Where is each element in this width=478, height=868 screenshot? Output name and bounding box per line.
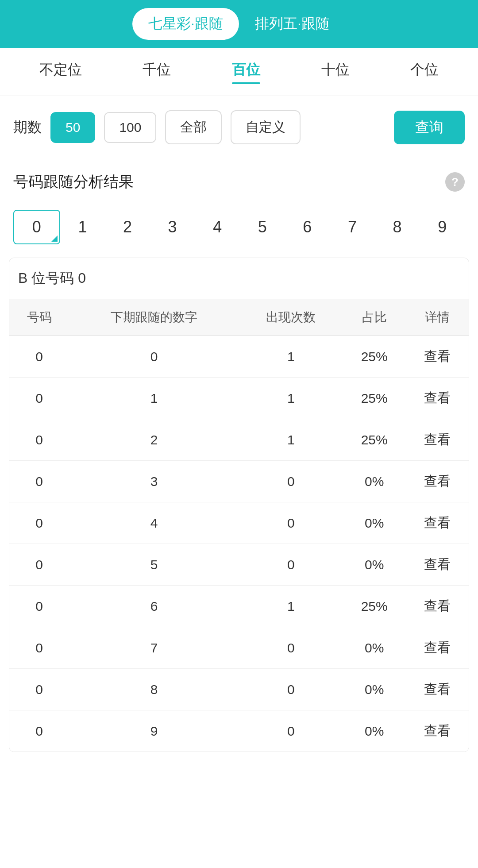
cell-haoma: 0: [9, 710, 69, 752]
cell-next: 2: [69, 419, 239, 461]
cell-ratio: 0%: [343, 461, 406, 502]
number-item-5[interactable]: 5: [240, 211, 285, 243]
cell-next: 6: [69, 586, 239, 627]
cell-detail[interactable]: 查看: [406, 502, 469, 544]
cell-haoma: 0: [9, 669, 69, 710]
analysis-title-row: 号码跟随分析结果 ?: [0, 158, 478, 201]
period-btn-100[interactable]: 100: [104, 112, 156, 143]
number-item-9[interactable]: 9: [420, 211, 465, 243]
col-haoma: 号码: [9, 299, 69, 336]
table-header-row: 号码 下期跟随的数字 出现次数 占比 详情: [9, 299, 469, 336]
cell-haoma: 0: [9, 378, 69, 419]
number-item-8[interactable]: 8: [375, 211, 420, 243]
cell-haoma: 0: [9, 502, 69, 544]
data-table-container: B 位号码 0 号码 下期跟随的数字 出现次数 占比 详情 0 0 1 25% …: [9, 258, 469, 752]
position-tab-qianwei[interactable]: 千位: [143, 60, 171, 83]
header-tab-pailiuwu[interactable]: 排列五·跟随: [239, 8, 346, 40]
header-tab-qixingcai[interactable]: 七星彩·跟随: [132, 8, 239, 40]
position-tab-budingwei[interactable]: 不定位: [39, 60, 82, 83]
table-title: B 位号码 0: [9, 258, 469, 299]
help-icon[interactable]: ?: [445, 172, 465, 192]
cell-ratio: 0%: [343, 710, 406, 752]
cell-ratio: 25%: [343, 419, 406, 461]
cell-haoma: 0: [9, 419, 69, 461]
table-row: 0 7 0 0% 查看: [9, 627, 469, 669]
cell-ratio: 25%: [343, 378, 406, 419]
data-table: 号码 下期跟随的数字 出现次数 占比 详情 0 0 1 25% 查看 0 1 1…: [9, 299, 469, 752]
period-btn-custom[interactable]: 自定义: [231, 110, 301, 144]
col-ratio: 占比: [343, 299, 406, 336]
cell-count: 0: [239, 627, 343, 669]
table-row: 0 4 0 0% 查看: [9, 502, 469, 544]
number-item-7[interactable]: 7: [330, 211, 375, 243]
cell-count: 0: [239, 544, 343, 586]
cell-haoma: 0: [9, 627, 69, 669]
cell-detail[interactable]: 查看: [406, 544, 469, 586]
cell-detail[interactable]: 查看: [406, 710, 469, 752]
table-row: 0 1 1 25% 查看: [9, 378, 469, 419]
cell-detail[interactable]: 查看: [406, 669, 469, 710]
cell-next: 5: [69, 544, 239, 586]
cell-next: 8: [69, 669, 239, 710]
number-item-4[interactable]: 4: [195, 211, 240, 243]
cell-count: 1: [239, 336, 343, 378]
cell-count: 0: [239, 502, 343, 544]
period-btn-50[interactable]: 50: [50, 112, 95, 143]
cell-haoma: 0: [9, 586, 69, 627]
cell-next: 0: [69, 336, 239, 378]
period-btn-all[interactable]: 全部: [165, 110, 222, 144]
cell-haoma: 0: [9, 461, 69, 502]
table-row: 0 9 0 0% 查看: [9, 710, 469, 752]
cell-ratio: 25%: [343, 586, 406, 627]
cell-next: 9: [69, 710, 239, 752]
cell-count: 1: [239, 378, 343, 419]
query-button[interactable]: 查询: [394, 111, 465, 144]
table-row: 0 6 1 25% 查看: [9, 586, 469, 627]
cell-detail[interactable]: 查看: [406, 378, 469, 419]
cell-count: 0: [239, 669, 343, 710]
number-selector: 0 1 2 3 4 5 6 7 8 9: [0, 201, 478, 258]
cell-next: 4: [69, 502, 239, 544]
position-tabs: 不定位 千位 百位 十位 个位: [0, 48, 478, 96]
cell-count: 1: [239, 419, 343, 461]
number-item-1[interactable]: 1: [60, 211, 105, 243]
table-row: 0 3 0 0% 查看: [9, 461, 469, 502]
col-detail: 详情: [406, 299, 469, 336]
header: 七星彩·跟随 排列五·跟随: [0, 0, 478, 48]
cell-detail[interactable]: 查看: [406, 419, 469, 461]
cell-ratio: 25%: [343, 336, 406, 378]
cell-count: 0: [239, 461, 343, 502]
position-tab-gewei[interactable]: 个位: [410, 60, 439, 83]
table-row: 0 2 1 25% 查看: [9, 419, 469, 461]
cell-ratio: 0%: [343, 669, 406, 710]
cell-ratio: 0%: [343, 627, 406, 669]
cell-detail[interactable]: 查看: [406, 336, 469, 378]
cell-haoma: 0: [9, 336, 69, 378]
cell-haoma: 0: [9, 544, 69, 586]
table-row: 0 5 0 0% 查看: [9, 544, 469, 586]
cell-count: 1: [239, 586, 343, 627]
cell-ratio: 0%: [343, 544, 406, 586]
cell-next: 7: [69, 627, 239, 669]
analysis-title: 号码跟随分析结果: [13, 172, 134, 192]
cell-ratio: 0%: [343, 502, 406, 544]
cell-detail[interactable]: 查看: [406, 627, 469, 669]
number-item-6[interactable]: 6: [285, 211, 330, 243]
cell-next: 1: [69, 378, 239, 419]
number-item-3[interactable]: 3: [150, 211, 195, 243]
cell-next: 3: [69, 461, 239, 502]
period-section: 期数 50 100 全部 自定义 查询: [0, 96, 478, 158]
cell-detail[interactable]: 查看: [406, 586, 469, 627]
table-row: 0 8 0 0% 查看: [9, 669, 469, 710]
number-item-2[interactable]: 2: [105, 211, 150, 243]
table-row: 0 0 1 25% 查看: [9, 336, 469, 378]
position-tab-shiwei[interactable]: 十位: [321, 60, 350, 83]
cell-count: 0: [239, 710, 343, 752]
cell-detail[interactable]: 查看: [406, 461, 469, 502]
col-count: 出现次数: [239, 299, 343, 336]
number-item-0[interactable]: 0: [13, 210, 60, 244]
period-label: 期数: [13, 118, 42, 137]
col-next: 下期跟随的数字: [69, 299, 239, 336]
position-tab-baiwei[interactable]: 百位: [232, 60, 260, 83]
